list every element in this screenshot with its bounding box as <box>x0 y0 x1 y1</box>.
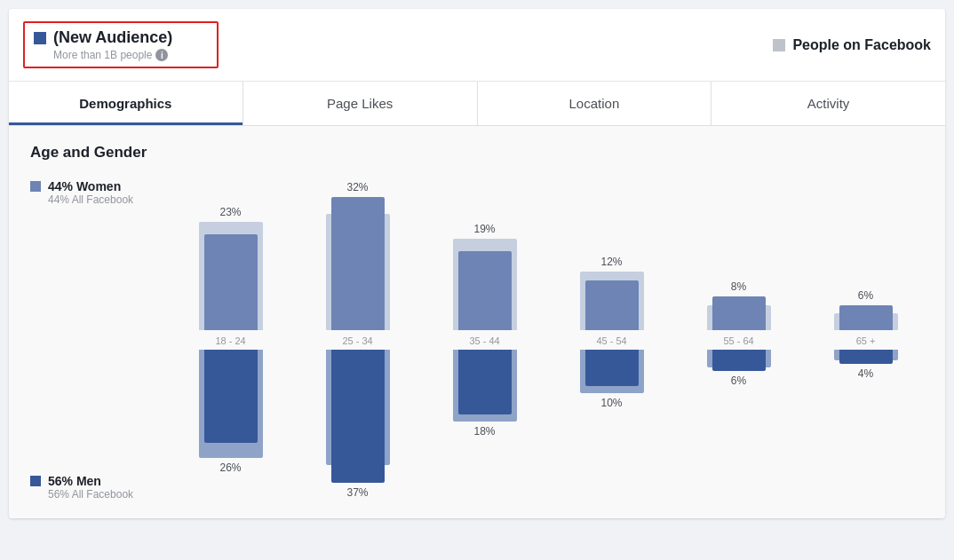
audience-title-row: (New Audience) <box>34 28 208 47</box>
fb-color-box <box>773 39 785 51</box>
legend-women-sub: 44% All Facebook <box>48 193 155 206</box>
women-bar-1 <box>331 197 385 330</box>
men-bar-2 <box>458 350 512 414</box>
women-bar-2 <box>458 251 512 330</box>
legend-color-men <box>30 476 41 486</box>
men-bar-0 <box>204 350 258 443</box>
legend-men-sub: 56% All Facebook <box>48 488 155 501</box>
main-card: (New Audience) More than 1B people i Peo… <box>9 9 945 518</box>
women-pct-label-4: 8% <box>731 280 746 293</box>
women-pct-label-1: 32% <box>346 181 368 193</box>
age-label-0: 18 - 24 <box>172 335 289 346</box>
age-label-3: 45 - 54 <box>553 335 670 346</box>
audience-block: (New Audience) More than 1B people i <box>23 21 219 68</box>
men-pct-label-3: 10% <box>600 397 622 409</box>
legend-women: 44% Women 44% All Facebook <box>30 179 155 206</box>
age-label-2: 35 - 44 <box>426 335 543 346</box>
legend-women-label: 44% Women <box>48 179 121 193</box>
content-area: Age and Gender 44% Women 44% All Faceboo… <box>9 126 945 518</box>
info-icon[interactable]: i <box>155 49 168 61</box>
bars-container: 23% 32% 19% 12% 8% 6% <box>172 179 924 501</box>
men-bar-group-1: 37% <box>299 350 416 501</box>
men-bar-4 <box>712 350 766 371</box>
women-bar-4 <box>712 296 766 330</box>
age-label-5: 65 + <box>807 335 924 346</box>
women-bar-group-4: 8% <box>680 179 797 330</box>
legend-column: 44% Women 44% All Facebook 56% Men 56% A… <box>30 179 172 501</box>
women-bar-group-1: 32% <box>299 179 416 330</box>
chart-area: 44% Women 44% All Facebook 56% Men 56% A… <box>30 179 924 501</box>
men-pct-label-2: 18% <box>473 425 495 438</box>
page-wrapper: (New Audience) More than 1B people i Peo… <box>0 0 954 560</box>
legend-men-label: 56% Men <box>48 474 101 488</box>
women-bar-group-5: 6% <box>807 179 924 330</box>
women-pct-label-0: 23% <box>219 206 241 218</box>
women-bar-3 <box>585 280 639 330</box>
men-bar-group-5: 4% <box>807 350 924 501</box>
audience-title: (New Audience) <box>53 28 172 47</box>
section-title: Age and Gender <box>30 144 924 162</box>
men-pct-label-4: 6% <box>731 375 746 387</box>
women-bar-group-0: 23% <box>172 179 289 330</box>
women-bar-0 <box>204 234 258 330</box>
women-pct-label-3: 12% <box>600 256 622 268</box>
tab-activity[interactable]: Activity <box>712 82 945 125</box>
age-labels-row: 18 - 2425 - 3435 - 4445 - 5455 - 6465 + <box>172 335 924 346</box>
audience-subtitle: More than 1B people i <box>53 49 208 61</box>
men-bars-row: 26% 37% 18% 10% 6% 4% <box>172 350 924 501</box>
women-pct-label-5: 6% <box>858 289 873 302</box>
tab-page-likes[interactable]: Page Likes <box>243 82 478 125</box>
men-bar-3 <box>585 350 639 386</box>
facebook-legend-label: People on Facebook <box>792 37 931 53</box>
men-bar-group-4: 6% <box>680 350 797 501</box>
women-pct-label-2: 19% <box>473 223 495 235</box>
legend-color-women <box>30 181 41 192</box>
women-bar-group-3: 12% <box>553 179 670 330</box>
age-label-1: 25 - 34 <box>299 335 416 346</box>
age-label-4: 55 - 64 <box>680 335 797 346</box>
tab-demographics[interactable]: Demographics <box>9 82 243 125</box>
women-bar-5 <box>839 305 893 330</box>
men-bar-group-0: 26% <box>172 350 289 501</box>
men-bar-group-3: 10% <box>553 350 670 501</box>
women-bars-row: 23% 32% 19% 12% 8% 6% <box>172 179 924 330</box>
tabs-bar: Demographics Page Likes Location Activit… <box>9 82 945 126</box>
header: (New Audience) More than 1B people i Peo… <box>9 9 945 82</box>
men-pct-label-0: 26% <box>219 461 241 474</box>
legend-men: 56% Men 56% All Facebook <box>30 474 155 501</box>
facebook-legend: People on Facebook <box>773 37 931 53</box>
men-bar-5 <box>839 350 893 364</box>
men-pct-label-5: 4% <box>858 367 873 380</box>
men-pct-label-1: 37% <box>346 486 368 499</box>
tab-location[interactable]: Location <box>478 82 712 125</box>
women-bar-group-2: 19% <box>426 179 543 330</box>
men-bar-1 <box>331 350 385 483</box>
audience-color-box <box>34 32 46 44</box>
men-bar-group-2: 18% <box>426 350 543 501</box>
